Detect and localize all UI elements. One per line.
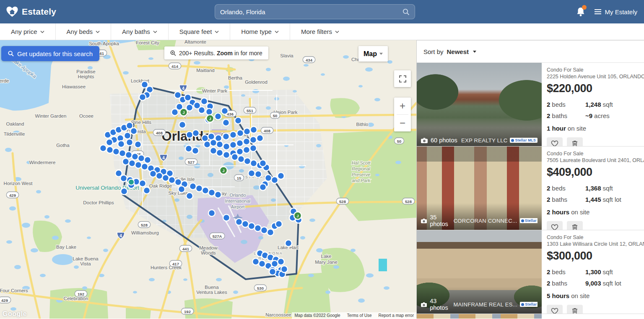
favorite-button[interactable] xyxy=(547,137,563,146)
property-pin[interactable] xyxy=(265,175,272,181)
property-pin[interactable] xyxy=(248,170,255,177)
property-pin[interactable] xyxy=(162,175,169,181)
property-pin[interactable] xyxy=(143,187,150,194)
property-pin[interactable] xyxy=(179,121,186,128)
property-pin[interactable] xyxy=(210,147,217,154)
filter-home-type[interactable]: Home type xyxy=(230,23,290,40)
property-pin[interactable] xyxy=(243,147,250,153)
listing-card[interactable]: Condo For Sale xyxy=(417,314,644,319)
property-pin[interactable] xyxy=(235,117,242,124)
search-icon[interactable] xyxy=(402,8,410,15)
property-pin[interactable] xyxy=(248,223,255,229)
property-pin[interactable] xyxy=(255,171,262,178)
map-type-button[interactable]: Map xyxy=(358,46,388,62)
property-pin[interactable] xyxy=(178,186,185,193)
property-pin[interactable] xyxy=(100,145,106,152)
property-pin[interactable] xyxy=(216,149,223,156)
property-pin[interactable] xyxy=(156,172,163,179)
property-pin[interactable] xyxy=(106,139,113,146)
property-pin[interactable] xyxy=(236,219,242,225)
listing-photo[interactable]: 35 photos CORCORAN CONNEC...Stellar MLS xyxy=(417,147,542,230)
listing-photo[interactable] xyxy=(417,314,542,319)
property-pin[interactable] xyxy=(190,183,196,190)
fullscreen-button[interactable] xyxy=(394,70,411,87)
property-pin[interactable] xyxy=(139,180,146,187)
property-pin[interactable] xyxy=(215,191,221,198)
property-pin[interactable] xyxy=(141,163,148,170)
property-pin[interactable] xyxy=(223,133,229,140)
property-pin[interactable] xyxy=(278,258,284,265)
property-pin[interactable] xyxy=(236,140,243,147)
property-pin[interactable] xyxy=(126,139,133,146)
property-pin[interactable] xyxy=(201,98,208,105)
property-pin[interactable] xyxy=(231,154,238,160)
filter-square-feet[interactable]: Square feet xyxy=(169,23,231,40)
google-map[interactable]: South ApopkaForest CityAltamonteMaitland… xyxy=(0,40,416,319)
property-pin[interactable] xyxy=(106,147,113,153)
property-pin[interactable] xyxy=(196,185,203,192)
property-pin[interactable] xyxy=(237,130,244,136)
property-pin[interactable] xyxy=(206,108,213,115)
favorite-button[interactable] xyxy=(547,305,563,314)
property-pin[interactable] xyxy=(171,109,178,116)
sort-value[interactable]: Newest xyxy=(447,48,469,55)
property-pin[interactable] xyxy=(122,158,129,165)
property-pin[interactable] xyxy=(135,162,142,168)
property-pin[interactable] xyxy=(132,153,138,160)
property-pin[interactable] xyxy=(223,214,230,221)
property-pin[interactable] xyxy=(244,128,250,135)
zoom-in-button[interactable]: + xyxy=(394,98,411,114)
listing-photo[interactable]: 43 photos MAINFRAME REAL ES...Stellar ML… xyxy=(417,230,542,314)
property-pin[interactable] xyxy=(261,227,267,234)
property-pin[interactable] xyxy=(202,187,209,194)
property-pin[interactable] xyxy=(120,175,127,182)
property-pin[interactable] xyxy=(238,156,244,162)
property-pin[interactable] xyxy=(194,102,200,109)
property-pin[interactable] xyxy=(202,135,208,141)
property-pin[interactable] xyxy=(121,188,127,195)
property-pin[interactable] xyxy=(250,136,257,143)
property-pin[interactable] xyxy=(243,138,250,145)
property-pin[interactable] xyxy=(215,113,221,120)
property-pin[interactable] xyxy=(113,148,119,155)
property-pin[interactable] xyxy=(259,260,265,267)
property-pin[interactable] xyxy=(169,177,175,183)
filter-any-beds[interactable]: Any beds xyxy=(56,23,112,40)
property-pin[interactable] xyxy=(210,139,217,146)
property-pin[interactable] xyxy=(185,145,192,152)
my-estately-menu[interactable]: My Estately xyxy=(595,8,637,15)
property-pin[interactable] xyxy=(223,143,230,150)
property-pin[interactable] xyxy=(269,268,276,275)
property-pin[interactable] xyxy=(208,210,215,216)
property-pin[interactable] xyxy=(139,94,146,100)
property-pin[interactable] xyxy=(278,172,284,179)
property-pin[interactable] xyxy=(223,119,229,126)
property-pin[interactable] xyxy=(252,258,259,265)
property-pin[interactable] xyxy=(208,189,215,196)
estately-logo[interactable]: Estately xyxy=(0,6,56,18)
hide-listing-button[interactable] xyxy=(567,221,583,230)
property-pin[interactable] xyxy=(186,131,193,138)
property-pin[interactable] xyxy=(257,135,263,141)
property-pin[interactable] xyxy=(221,108,228,114)
property-pin[interactable] xyxy=(281,266,288,273)
property-pin[interactable] xyxy=(271,177,278,183)
listing-card[interactable]: 43 photos MAINFRAME REAL ES...Stellar ML… xyxy=(417,230,644,314)
filter-more-filters[interactable]: More filters xyxy=(290,23,350,40)
property-pin[interactable] xyxy=(260,184,266,190)
property-pin[interactable] xyxy=(230,131,236,138)
property-pin[interactable] xyxy=(118,141,125,147)
favorite-button[interactable] xyxy=(547,221,563,230)
property-pin[interactable] xyxy=(275,221,282,227)
hide-listing-button[interactable] xyxy=(567,137,583,146)
property-pin[interactable] xyxy=(175,179,182,185)
property-pin[interactable] xyxy=(119,150,126,157)
property-pin[interactable] xyxy=(150,170,156,177)
report-map-error-link[interactable]: Report a map error xyxy=(379,313,414,318)
property-pin[interactable] xyxy=(254,225,261,232)
listing-card[interactable]: 35 photos CORCORAN CONNEC...Stellar MLS … xyxy=(417,147,644,230)
listing-photo[interactable]: 60 photos EXP REALTY LLCStellar MLS xyxy=(417,63,542,146)
property-pin[interactable] xyxy=(204,141,210,148)
property-pin[interactable] xyxy=(236,148,243,155)
property-pin[interactable] xyxy=(242,221,249,227)
